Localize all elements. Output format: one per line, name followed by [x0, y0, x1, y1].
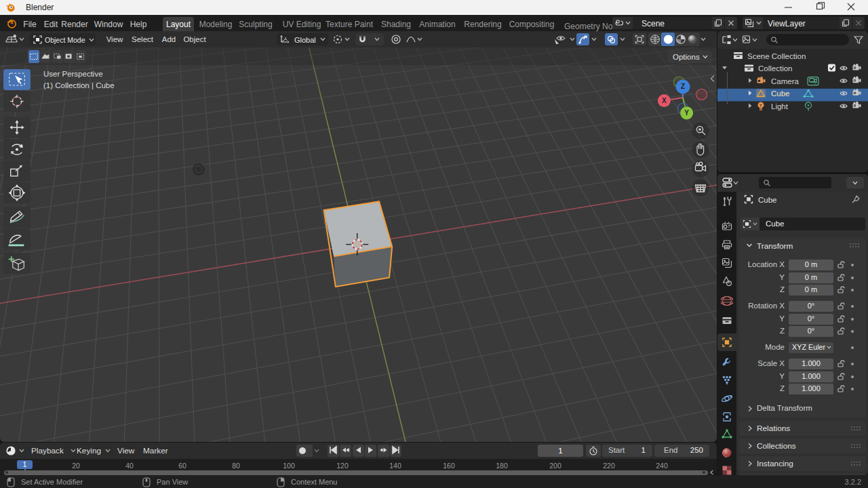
svg-text:Scene Collection: Scene Collection [747, 52, 806, 60]
svg-text:Collection: Collection [758, 64, 793, 73]
svg-text:Y: Y [684, 109, 689, 117]
svg-text:Cube: Cube [771, 89, 790, 98]
svg-text:X: X [662, 97, 667, 104]
svg-text:Light: Light [771, 102, 789, 110]
svg-text:Z: Z [681, 83, 685, 90]
svg-text:Camera: Camera [771, 77, 800, 85]
